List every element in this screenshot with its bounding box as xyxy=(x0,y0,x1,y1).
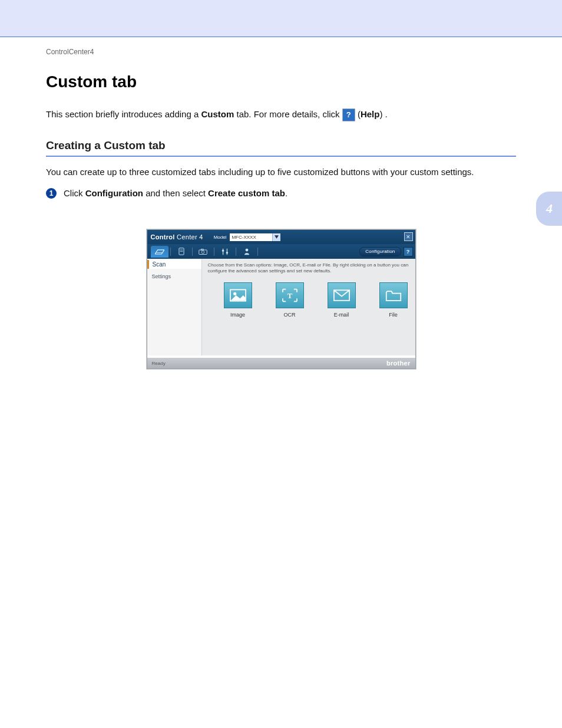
cc-tabbar: Configuration ? xyxy=(147,244,415,259)
cc-logo-bold: Control xyxy=(151,233,175,241)
scan-email-button[interactable] xyxy=(328,282,356,308)
intro-paragraph: This section briefly introduces adding a… xyxy=(46,108,516,121)
cc-model-value: MFC-XXXX xyxy=(232,235,256,240)
step-text-c: and then select xyxy=(143,188,208,198)
page-top-band xyxy=(0,0,562,37)
step-text-create: Create custom tab xyxy=(208,188,285,198)
cc-titlebar: Control Center 4 Model MFC-XXXX ✕ xyxy=(147,230,415,244)
cc-tile-file: File xyxy=(378,282,409,318)
svg-point-8 xyxy=(222,249,223,251)
intro-text: This section briefly introduces adding a xyxy=(46,109,201,119)
cc-sidebar-scan[interactable]: Scan xyxy=(147,260,201,269)
cc-tile-ocr: T OCR xyxy=(274,282,306,318)
svg-point-12 xyxy=(233,292,236,295)
intro-bold-custom: Custom xyxy=(201,109,234,119)
step-text-a: Click xyxy=(64,188,85,198)
cc-sidebar: Scan Settings xyxy=(147,259,202,355)
step-1-text: Click Configuration and then select Crea… xyxy=(64,187,287,200)
tab-separator xyxy=(236,248,236,256)
cc-model-label: Model xyxy=(214,235,227,240)
cc-status-text: Ready xyxy=(152,361,166,366)
tab-separator xyxy=(192,248,193,256)
intro-paren-open: ( xyxy=(355,109,361,119)
cc-main: Choose from the Scan options: Image, OCR… xyxy=(202,259,415,355)
page-title: Custom tab xyxy=(46,73,516,91)
tile-label: OCR xyxy=(274,312,306,318)
chapter-number: 4 xyxy=(546,201,553,216)
folder-icon xyxy=(385,289,402,302)
cc-statusbar: Ready brother xyxy=(147,358,415,368)
cc-tile-email: E-mail xyxy=(326,282,358,318)
cc-tab-settings[interactable] xyxy=(216,246,234,258)
scan-image-button[interactable] xyxy=(224,282,252,308)
step-text-e: . xyxy=(285,188,287,198)
svg-point-10 xyxy=(245,249,248,252)
tab-separator xyxy=(257,248,258,256)
cc-tile-image: Image xyxy=(222,282,254,318)
cc-tab-photo[interactable] xyxy=(194,246,212,258)
tab-separator xyxy=(214,248,214,256)
image-icon xyxy=(230,289,246,302)
intro-text-mid: tab. For more details, click xyxy=(234,109,342,119)
tile-label: E-mail xyxy=(326,312,358,318)
help-icon: ? xyxy=(342,108,355,121)
section-rule xyxy=(46,156,516,157)
document-icon xyxy=(178,248,185,255)
svg-point-6 xyxy=(201,251,204,253)
svg-text:T: T xyxy=(287,292,292,300)
cc-tab-support[interactable] xyxy=(238,246,256,258)
max-tabs-paragraph: You can create up to three customized ta… xyxy=(46,166,516,179)
tile-label: File xyxy=(378,312,409,318)
intro-help-word: Help xyxy=(361,109,380,119)
cc-logo-rest: Center 4 xyxy=(175,233,203,241)
section-heading: Creating a Custom tab xyxy=(46,139,516,152)
intro-paren-close: ) . xyxy=(379,109,387,119)
ocr-icon: T xyxy=(282,288,298,302)
cc-sidebar-settings[interactable]: Settings xyxy=(147,272,201,281)
step-number-badge: 1 xyxy=(46,188,57,199)
cc-description: Choose from the Scan options: Image, OCR… xyxy=(208,262,409,274)
scan-icon xyxy=(155,248,164,255)
cc-tiles: Image T OCR xyxy=(208,282,409,318)
cc-model-select[interactable]: MFC-XXXX xyxy=(230,233,280,241)
tools-icon xyxy=(222,248,229,256)
breadcrumb: ControlCenter4 xyxy=(46,48,516,56)
cc-body: Scan Settings Choose from the Scan optio… xyxy=(147,259,415,355)
scan-file-button[interactable] xyxy=(379,282,408,308)
cc-logo: Control Center 4 xyxy=(151,233,203,241)
chapter-tab: 4 xyxy=(536,192,562,226)
svg-marker-0 xyxy=(275,235,279,239)
scan-ocr-button[interactable]: T xyxy=(276,282,304,308)
cc-tab-document[interactable] xyxy=(173,246,190,258)
cc-tab-scan[interactable] xyxy=(151,246,168,258)
cc-brand: brother xyxy=(386,360,411,367)
svg-point-9 xyxy=(226,252,227,253)
tile-label: Image xyxy=(222,312,254,318)
configuration-button[interactable]: Configuration xyxy=(359,247,401,256)
close-icon[interactable]: ✕ xyxy=(404,232,413,241)
controlcenter-window: Control Center 4 Model MFC-XXXX ✕ xyxy=(147,229,416,369)
envelope-icon xyxy=(333,289,350,301)
person-icon xyxy=(243,248,250,255)
step-text-config: Configuration xyxy=(85,188,143,198)
camera-icon xyxy=(199,248,207,255)
cc-help-button[interactable]: ? xyxy=(404,247,413,256)
step-1: 1 Click Configuration and then select Cr… xyxy=(46,187,516,200)
tab-separator xyxy=(170,248,171,256)
chevron-down-icon xyxy=(272,233,280,241)
